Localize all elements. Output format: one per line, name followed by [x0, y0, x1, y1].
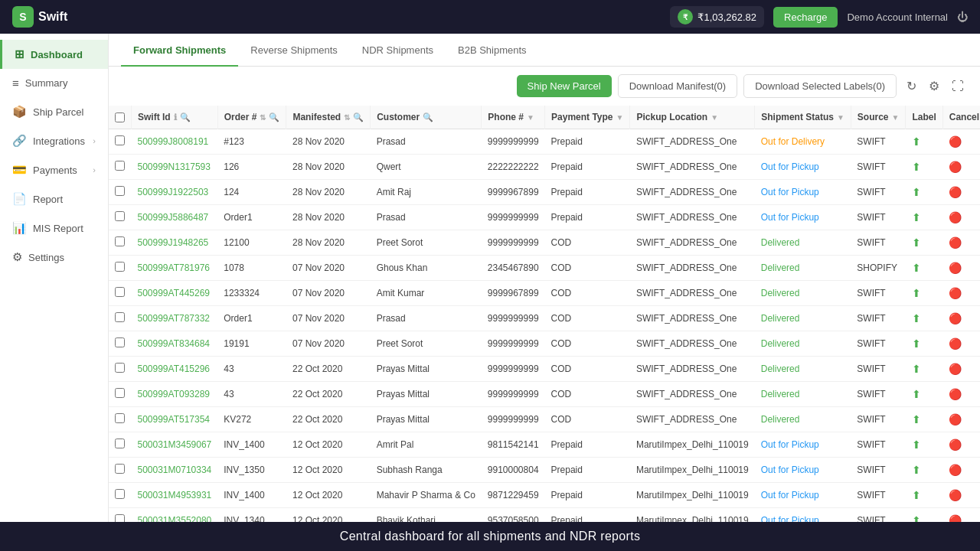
- cell-label[interactable]: ⬆: [906, 331, 942, 357]
- source-filter-icon[interactable]: ▼: [892, 113, 900, 122]
- label-upload-icon[interactable]: ⬆: [912, 312, 921, 324]
- row-checkbox-cell[interactable]: [109, 205, 132, 230]
- cell-cancel[interactable]: 🔴: [942, 281, 980, 306]
- swift-id-link[interactable]: 500999J5886487: [138, 212, 209, 223]
- row-checkbox-cell[interactable]: [109, 407, 132, 432]
- swift-id-link[interactable]: 500999AT445269: [138, 288, 211, 298]
- row-checkbox[interactable]: [115, 514, 125, 522]
- swift-id-link[interactable]: 500031M4953931: [138, 490, 212, 500]
- cell-cancel[interactable]: 🔴: [942, 483, 980, 508]
- row-checkbox-cell[interactable]: [109, 432, 132, 458]
- manifested-sort-icon[interactable]: ⇅: [344, 113, 350, 122]
- row-checkbox-cell[interactable]: [109, 281, 132, 306]
- row-checkbox-cell[interactable]: [109, 129, 132, 155]
- cell-label[interactable]: ⬆: [906, 458, 942, 483]
- cell-cancel[interactable]: 🔴: [942, 458, 980, 483]
- cancel-icon[interactable]: 🔴: [949, 388, 962, 400]
- cell-cancel[interactable]: 🔴: [942, 357, 980, 382]
- row-checkbox[interactable]: [115, 287, 125, 297]
- row-checkbox-cell[interactable]: [109, 357, 132, 382]
- row-checkbox-cell[interactable]: [109, 230, 132, 256]
- cell-cancel[interactable]: 🔴: [942, 256, 980, 281]
- cell-cancel[interactable]: 🔴: [942, 155, 980, 180]
- sidebar-item-ship-parcel[interactable]: 📦 Ship Parcel: [0, 97, 108, 126]
- row-checkbox-cell[interactable]: [109, 382, 132, 407]
- tab-b2b[interactable]: B2B Shipments: [446, 34, 539, 67]
- pickup-filter-icon[interactable]: ▼: [710, 113, 718, 122]
- row-checkbox-cell[interactable]: [109, 483, 132, 508]
- cell-label[interactable]: ⬆: [906, 382, 942, 407]
- label-upload-icon[interactable]: ⬆: [912, 514, 921, 522]
- cancel-icon[interactable]: 🔴: [949, 489, 962, 501]
- cell-label[interactable]: ⬆: [906, 483, 942, 508]
- cell-cancel[interactable]: 🔴: [942, 306, 980, 331]
- swift-id-link[interactable]: 500999AT093289: [138, 389, 211, 399]
- swift-id-link[interactable]: 500999AT834684: [138, 338, 211, 349]
- cell-label[interactable]: ⬆: [906, 129, 942, 155]
- swift-id-link[interactable]: 500999J1922503: [138, 187, 209, 197]
- label-upload-icon[interactable]: ⬆: [912, 489, 921, 501]
- cell-label[interactable]: ⬆: [906, 230, 942, 256]
- cancel-icon[interactable]: 🔴: [949, 287, 962, 299]
- tab-forward[interactable]: Forward Shipments: [121, 34, 238, 67]
- cell-label[interactable]: ⬆: [906, 508, 942, 523]
- sidebar-item-settings[interactable]: ⚙ Settings: [0, 243, 108, 272]
- cancel-icon[interactable]: 🔴: [949, 363, 962, 375]
- tab-ndr[interactable]: NDR Shipments: [350, 34, 446, 67]
- swift-id-link[interactable]: 500031M3552080: [138, 515, 212, 522]
- cell-label[interactable]: ⬆: [906, 155, 942, 180]
- row-checkbox[interactable]: [115, 161, 125, 171]
- row-checkbox[interactable]: [115, 186, 125, 196]
- row-checkbox-cell[interactable]: [109, 331, 132, 357]
- cancel-icon[interactable]: 🔴: [949, 211, 962, 223]
- cell-cancel[interactable]: 🔴: [942, 432, 980, 458]
- row-checkbox[interactable]: [115, 211, 125, 221]
- cancel-icon[interactable]: 🔴: [949, 312, 962, 324]
- cancel-icon[interactable]: 🔴: [949, 439, 962, 451]
- swift-id-info-icon[interactable]: ℹ: [174, 112, 177, 122]
- cancel-icon[interactable]: 🔴: [949, 161, 962, 173]
- sidebar-item-summary[interactable]: ≡ Summary: [0, 69, 108, 97]
- swift-id-link[interactable]: 500999N1317593: [138, 161, 211, 172]
- row-checkbox-cell[interactable]: [109, 458, 132, 483]
- payment-type-filter-icon[interactable]: ▼: [616, 113, 624, 122]
- label-upload-icon[interactable]: ⬆: [912, 439, 921, 451]
- swift-id-link[interactable]: 500031M3459067: [138, 439, 212, 450]
- cancel-icon[interactable]: 🔴: [949, 514, 962, 522]
- expand-button[interactable]: ⛶: [948, 76, 968, 97]
- label-upload-icon[interactable]: ⬆: [912, 262, 921, 274]
- row-checkbox[interactable]: [115, 337, 125, 347]
- th-select-all[interactable]: [109, 106, 132, 129]
- cell-label[interactable]: ⬆: [906, 281, 942, 306]
- ship-new-parcel-button[interactable]: Ship New Parcel: [517, 75, 612, 97]
- label-upload-icon[interactable]: ⬆: [912, 363, 921, 375]
- order-sort-icon[interactable]: ⇅: [260, 113, 266, 122]
- label-upload-icon[interactable]: ⬆: [912, 135, 921, 148]
- row-checkbox[interactable]: [115, 489, 125, 499]
- cell-label[interactable]: ⬆: [906, 357, 942, 382]
- cell-label[interactable]: ⬆: [906, 432, 942, 458]
- sidebar-item-integrations[interactable]: 🔗 Integrations ›: [0, 126, 108, 155]
- cancel-icon[interactable]: 🔴: [949, 236, 962, 249]
- label-upload-icon[interactable]: ⬆: [912, 236, 921, 249]
- swift-id-link[interactable]: 500999AT415296: [138, 364, 211, 374]
- cell-cancel[interactable]: 🔴: [942, 129, 980, 155]
- row-checkbox-cell[interactable]: [109, 155, 132, 180]
- cell-cancel[interactable]: 🔴: [942, 382, 980, 407]
- row-checkbox[interactable]: [115, 135, 125, 145]
- row-checkbox-cell[interactable]: [109, 306, 132, 331]
- refresh-button[interactable]: ↻: [903, 75, 920, 97]
- phone-filter-icon[interactable]: ▼: [527, 113, 534, 122]
- cell-cancel[interactable]: 🔴: [942, 331, 980, 357]
- status-filter-icon[interactable]: ▼: [837, 113, 844, 122]
- order-search-icon[interactable]: 🔍: [269, 112, 279, 122]
- cell-label[interactable]: ⬆: [906, 256, 942, 281]
- cell-label[interactable]: ⬆: [906, 205, 942, 230]
- label-upload-icon[interactable]: ⬆: [912, 211, 921, 223]
- cancel-icon[interactable]: 🔴: [949, 413, 962, 425]
- swift-id-link[interactable]: 500999AT781976: [138, 262, 211, 273]
- recharge-button[interactable]: Recharge: [773, 7, 838, 28]
- label-upload-icon[interactable]: ⬆: [912, 287, 921, 299]
- swift-id-link[interactable]: 500999J1948265: [138, 237, 209, 248]
- table-settings-button[interactable]: ⚙: [925, 75, 943, 97]
